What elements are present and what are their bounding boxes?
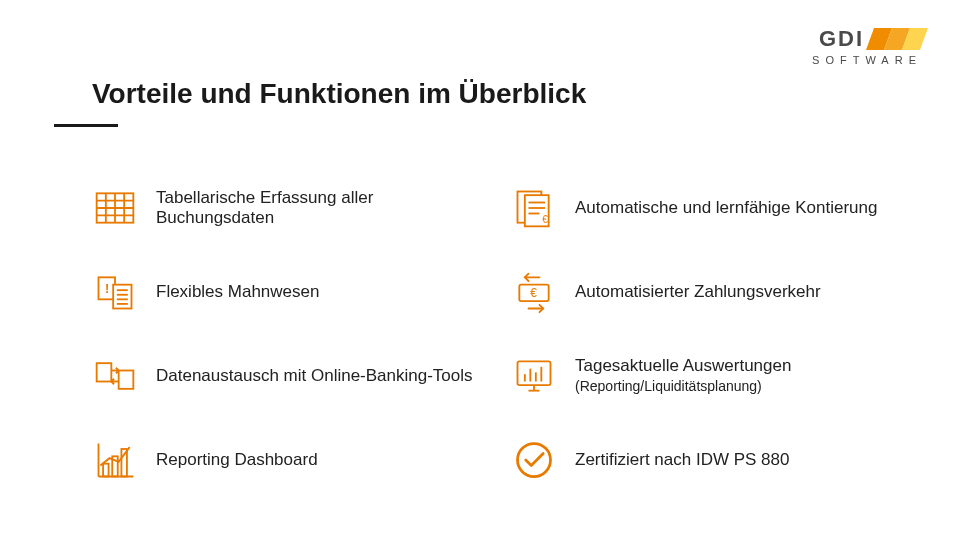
feature-label: Zertifiziert nach IDW PS 880 <box>575 450 789 470</box>
feature-item: Zertifiziert nach IDW PS 880 <box>511 432 900 488</box>
table-icon <box>92 185 138 231</box>
payments-icon: € <box>511 269 557 315</box>
feature-label: Datenaustausch mit Online-Banking-Tools <box>156 366 473 386</box>
invoice-icon: € <box>511 185 557 231</box>
title-accent <box>54 124 118 127</box>
feature-item: € Automatisierter Zahlungsverkehr <box>511 264 900 320</box>
feature-item: Tagesaktuelle Auswertungen(Reporting/Liq… <box>511 348 900 404</box>
svg-point-36 <box>518 444 551 477</box>
check-icon <box>511 437 557 483</box>
feature-item: ! Flexibles Mahnwesen <box>92 264 481 320</box>
svg-text:€: € <box>530 286 537 300</box>
feature-label: Automatische und lernfähige Kontierung <box>575 198 877 218</box>
screen-chart-icon <box>511 353 557 399</box>
svg-rect-23 <box>119 371 134 389</box>
svg-rect-15 <box>113 285 131 309</box>
svg-rect-33 <box>103 464 109 477</box>
svg-rect-24 <box>518 361 551 385</box>
exchange-icon <box>92 353 138 399</box>
feature-item: Datenaustausch mit Online-Banking-Tools <box>92 348 481 404</box>
feature-label: Reporting Dashboard <box>156 450 318 470</box>
bars-icon <box>92 437 138 483</box>
feature-label: Automatisierter Zahlungsverkehr <box>575 282 821 302</box>
feature-label: Flexibles Mahnwesen <box>156 282 319 302</box>
feature-label: Tabellarische Erfassung aller Buchungsda… <box>156 188 481 229</box>
svg-text:€: € <box>542 214 548 225</box>
page-title: Vorteile und Funktionen im Überblick <box>92 78 586 110</box>
feature-label: Tagesaktuelle Auswertungen(Reporting/Liq… <box>575 356 791 397</box>
brand-name: GDI <box>819 26 864 52</box>
feature-item: € Automatische und lernfähige Kontierung <box>511 180 900 236</box>
feature-item: Tabellarische Erfassung aller Buchungsda… <box>92 180 481 236</box>
brand-sub: SOFTWARE <box>812 54 922 66</box>
dunning-icon: ! <box>92 269 138 315</box>
feature-grid: Tabellarische Erfassung aller Buchungsda… <box>92 180 900 488</box>
feature-item: Reporting Dashboard <box>92 432 481 488</box>
svg-rect-22 <box>97 363 112 381</box>
svg-text:!: ! <box>105 281 109 296</box>
brand-logo: GDI SOFTWARE <box>812 26 924 66</box>
brand-bars-icon <box>870 28 924 50</box>
